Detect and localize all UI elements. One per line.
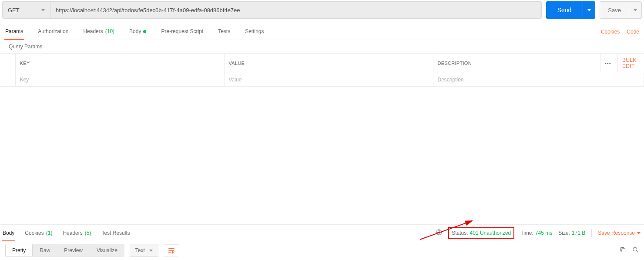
chevron-down-icon <box>587 9 591 11</box>
code-link[interactable]: Code <box>627 29 639 35</box>
globe-icon[interactable] <box>436 229 442 237</box>
tab-prerequest[interactable]: Pre-request Script <box>160 24 204 40</box>
svg-point-2 <box>633 247 637 251</box>
send-button[interactable]: Send <box>546 1 583 19</box>
desc-cell[interactable]: Description <box>433 73 644 87</box>
headers-count: (10) <box>105 28 114 34</box>
method-url-bar: GET <box>2 1 542 19</box>
status-value: 401 Unauthorized <box>470 230 511 236</box>
url-input[interactable] <box>50 2 541 18</box>
language-select[interactable]: Text <box>130 244 158 257</box>
language-value: Text <box>135 247 145 253</box>
size-value: 171 B <box>572 230 585 236</box>
svg-rect-1 <box>622 249 625 252</box>
method-select[interactable]: GET <box>3 2 50 18</box>
save-button[interactable]: Save <box>600 2 629 18</box>
size-meta: Size: 171 B <box>558 230 585 236</box>
cookies-count: (1) <box>46 230 53 236</box>
send-button-group: Send <box>546 1 596 19</box>
resp-tab-body[interactable]: Body <box>2 225 15 241</box>
col-check <box>0 54 15 73</box>
tab-authorization[interactable]: Authorization <box>37 24 69 40</box>
tab-settings[interactable]: Settings <box>244 24 265 40</box>
resp-tab-test-results[interactable]: Test Results <box>101 225 131 241</box>
ellipsis-icon: ••• <box>605 61 611 66</box>
body-dot-icon <box>143 30 146 33</box>
view-preview[interactable]: Preview <box>57 244 90 257</box>
col-actions[interactable]: ••• <box>600 54 618 73</box>
value-cell[interactable]: Value <box>224 73 433 87</box>
save-response-button[interactable]: Save Response <box>598 230 641 236</box>
view-visualize[interactable]: Visualize <box>90 244 124 257</box>
save-button-group: Save <box>600 1 642 19</box>
view-raw[interactable]: Raw <box>33 244 57 257</box>
col-desc-header: DESCRIPTION <box>433 54 600 73</box>
col-value-header: VALUE <box>224 54 433 73</box>
key-cell[interactable]: Key <box>15 73 224 87</box>
copy-icon[interactable] <box>620 246 626 254</box>
chevron-down-icon <box>637 232 641 234</box>
chevron-down-icon <box>634 9 637 11</box>
time-meta: Time: 745 ms <box>520 230 552 236</box>
chevron-down-icon <box>149 250 153 252</box>
params-table: KEY VALUE DESCRIPTION ••• Bulk Edit Key … <box>0 53 644 87</box>
save-dropdown[interactable] <box>629 2 641 18</box>
cookies-link[interactable]: Cookies <box>601 29 620 35</box>
view-pretty[interactable]: Pretty <box>5 244 33 257</box>
wrap-lines-button[interactable] <box>164 244 179 257</box>
time-value: 745 ms <box>535 230 552 236</box>
tab-headers[interactable]: Headers (10) <box>82 24 115 40</box>
status-highlight-box: Status: 401 Unauthorized <box>448 227 514 239</box>
tab-tests[interactable]: Tests <box>217 24 231 40</box>
resp-tab-headers[interactable]: Headers (5) <box>62 225 92 241</box>
resp-headers-count: (5) <box>85 230 91 236</box>
search-icon[interactable] <box>632 246 639 254</box>
table-row[interactable]: Key Value Description <box>0 73 644 87</box>
bulk-edit-link[interactable]: Bulk Edit <box>622 57 637 69</box>
resp-tab-cookies[interactable]: Cookies (1) <box>24 225 53 241</box>
chevron-down-icon <box>41 9 45 11</box>
send-dropdown[interactable] <box>583 1 595 19</box>
col-key-header: KEY <box>15 54 224 73</box>
view-mode-group: Pretty Raw Preview Visualize <box>5 244 124 257</box>
divider <box>591 229 592 237</box>
query-params-label: Query Params <box>0 40 644 53</box>
tab-params[interactable]: Params <box>4 24 24 40</box>
status-label: Status: <box>452 230 468 236</box>
tab-body[interactable]: Body <box>128 24 147 40</box>
method-value: GET <box>8 7 20 14</box>
